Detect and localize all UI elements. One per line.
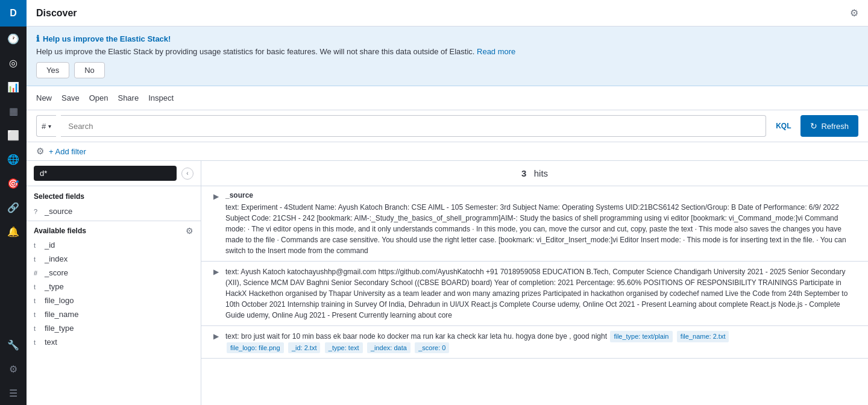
banner-read-more-link[interactable]: Read more [477, 47, 515, 56]
field-name-text: text [45, 338, 193, 347]
search-bar: # ▾ KQL ↻ Refresh [27, 110, 868, 142]
field-item-index[interactable]: t _index [34, 252, 193, 266]
tag-type: _type: text [325, 342, 363, 354]
nav-item-dashboard[interactable]: ▦ [0, 99, 27, 123]
toolbar-new[interactable]: New [36, 91, 52, 105]
field-item-score[interactable]: # _score [34, 266, 193, 280]
field-name-file-name: file_name [45, 310, 193, 319]
result-text-3: text: bro just wait for 10 min bass ek b… [225, 331, 858, 353]
tag-file-type: file_type: text/plain [610, 331, 672, 342]
field-item-id[interactable]: t _id [34, 238, 193, 252]
nav-item-graph[interactable]: 🔗 [0, 195, 27, 219]
toolbar-share[interactable]: Share [118, 91, 139, 105]
field-name-type: _type [45, 282, 193, 291]
field-type-file-type: t [34, 325, 41, 332]
sidebar: d* ‹ Selected fields ? _source Available… [27, 161, 201, 405]
search-input[interactable] [61, 115, 766, 137]
tag-index: _index: data [367, 342, 410, 354]
banner-text: Help us improve the Elastic Stack by pro… [36, 47, 858, 56]
tag-score: _score: 0 [415, 342, 449, 354]
field-type-file-name: t [34, 311, 41, 318]
kql-badge[interactable]: KQL [771, 122, 796, 130]
tag-id: _id: 2.txt [288, 342, 321, 354]
toolbar: New Save Open Share Inspect [27, 86, 868, 110]
field-type-type: t [34, 283, 41, 290]
page-title: Discover [36, 8, 77, 19]
field-item-source[interactable]: ? _source [34, 204, 193, 218]
field-type-index: t [34, 256, 41, 263]
nav-item-ml[interactable]: 🎯 [0, 171, 27, 195]
index-pattern-value[interactable]: d* [34, 166, 177, 181]
field-name-file-logo: file_logo [45, 296, 193, 305]
filter-settings-icon[interactable]: ⚙ [36, 146, 44, 157]
nav-item-recents[interactable]: 🕐 [0, 27, 27, 51]
field-type-score: # [34, 269, 41, 277]
field-type-source: ? [34, 208, 41, 215]
info-icon: ℹ [36, 34, 39, 43]
field-name-source: _source [45, 207, 193, 216]
field-item-text[interactable]: t text [34, 335, 193, 349]
field-name-file-type: file_type [45, 324, 193, 333]
app-logo[interactable]: D [0, 0, 27, 27]
search-prefix[interactable]: # ▾ [36, 115, 56, 137]
refresh-icon: ↻ [810, 121, 817, 131]
nav-item-menu[interactable]: ☰ [0, 381, 27, 405]
tag-file-name: file_name: 2.txt [677, 331, 729, 342]
banner-yes-button[interactable]: Yes [36, 62, 69, 78]
expand-row-1-button[interactable]: ▶ [211, 192, 221, 201]
nav-item-canvas[interactable]: ⬜ [0, 123, 27, 147]
table-row: ▶ text: Ayush Katoch katochayushhp@gmail… [201, 262, 868, 326]
toolbar-inspect[interactable]: Inspect [148, 91, 174, 105]
settings-icon[interactable]: ⚙ [850, 7, 858, 19]
add-filter-button[interactable]: + Add filter [49, 147, 86, 156]
index-pattern-bar: d* ‹ [27, 161, 201, 186]
nav-item-dev-tools[interactable]: 🔧 [0, 333, 27, 357]
nav-item-visualize[interactable]: 📊 [0, 75, 27, 99]
field-type-text: t [34, 339, 41, 346]
result-content-1: _source text: Experiment - 4Student Name… [225, 191, 858, 256]
nav-item-maps[interactable]: 🌐 [0, 147, 27, 171]
expand-row-3-button[interactable]: ▶ [211, 332, 221, 341]
available-fields-gear-icon[interactable]: ⚙ [186, 226, 193, 236]
main-area: Discover ⚙ ℹ Help us improve the Elastic… [27, 0, 868, 405]
table-row: ▶ text: bro just wait for 10 min bass ek… [201, 326, 868, 359]
selected-fields-section: Selected fields ? _source [27, 186, 201, 221]
tag-file-logo: file_logo: file.png [227, 342, 284, 354]
selected-fields-title: Selected fields [34, 192, 193, 201]
hits-label: hits [534, 168, 548, 178]
table-row: ▶ _source text: Experiment - 4Student Na… [201, 186, 868, 262]
result-text-2: text: Ayush Katoch katochayushhp@gmail.c… [225, 266, 858, 321]
banner-title: ℹ Help us improve the Elastic Stack! [36, 34, 858, 43]
field-name-score: _score [45, 268, 193, 277]
toolbar-open[interactable]: Open [89, 91, 108, 105]
expand-row-2-button[interactable]: ▶ [211, 268, 221, 276]
hits-count: 3 [521, 168, 526, 178]
result-text-1: text: Experiment - 4Student Name: Ayush … [225, 202, 858, 256]
field-item-file-type[interactable]: t file_type [34, 321, 193, 335]
banner: ℹ Help us improve the Elastic Stack! Hel… [27, 27, 868, 86]
nav-item-settings[interactable]: ⚙ [0, 357, 27, 381]
field-type-id: t [34, 242, 41, 249]
nav-item-discover[interactable]: ◎ [0, 51, 27, 75]
results-header: 3 hits [201, 161, 868, 186]
field-item-file-name[interactable]: t file_name [34, 307, 193, 321]
field-item-type[interactable]: t _type [34, 280, 193, 294]
field-item-file-logo[interactable]: t file_logo [34, 294, 193, 307]
toolbar-menu: New Save Open Share Inspect [36, 91, 174, 105]
toolbar-save[interactable]: Save [61, 91, 80, 105]
result-field-label-1: _source [225, 191, 858, 199]
collapse-sidebar-button[interactable]: ‹ [181, 168, 193, 180]
field-name-id: _id [45, 240, 193, 250]
field-name-index: _index [45, 254, 193, 263]
top-bar: Discover ⚙ [27, 0, 868, 27]
result-content-3: text: bro just wait for 10 min bass ek b… [225, 331, 858, 353]
content-area: d* ‹ Selected fields ? _source Available… [27, 161, 868, 405]
banner-buttons: Yes No [36, 62, 858, 78]
result-content-2: text: Ayush Katoch katochayushhp@gmail.c… [225, 266, 858, 321]
banner-no-button[interactable]: No [74, 62, 105, 78]
filter-bar: ⚙ + Add filter [27, 142, 868, 161]
refresh-button[interactable]: ↻ Refresh [800, 115, 858, 137]
field-type-file-logo: t [34, 297, 41, 304]
nav-item-alerts[interactable]: 🔔 [0, 219, 27, 243]
available-fields-list: t _id t _index # _score t _type t file [27, 238, 201, 405]
